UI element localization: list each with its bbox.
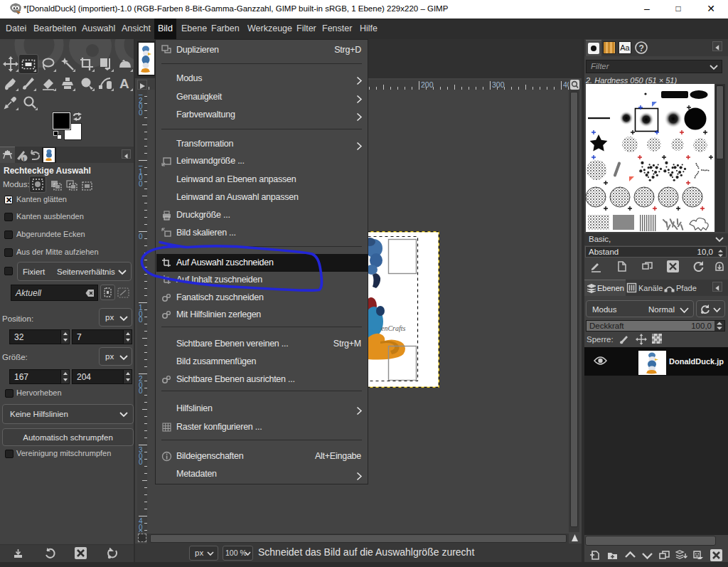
svg-text:i: i xyxy=(23,156,24,162)
svg-text:?: ? xyxy=(639,43,644,53)
svg-text:enCrafts: enCrafts xyxy=(381,324,406,332)
svg-text:A: A xyxy=(119,76,129,91)
